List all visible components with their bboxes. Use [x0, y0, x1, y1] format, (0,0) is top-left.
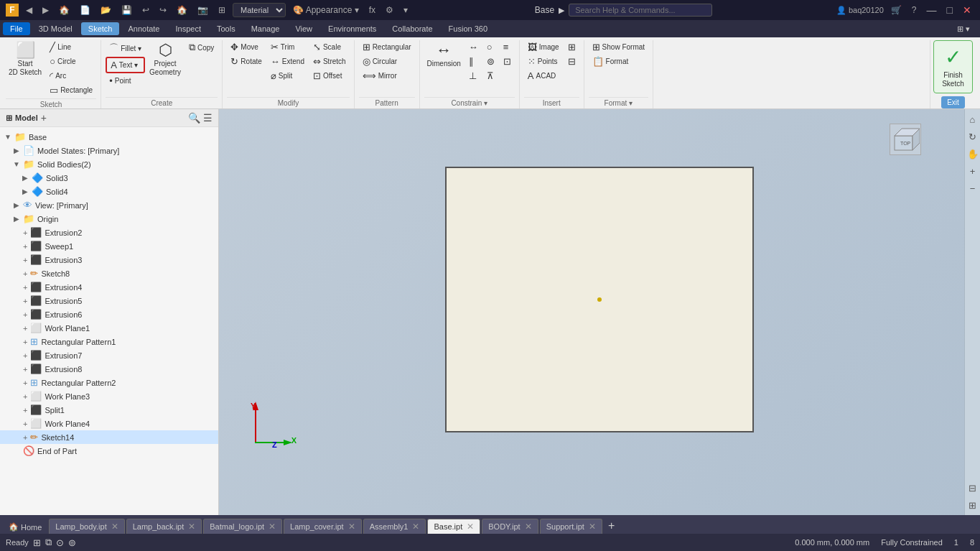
material-select[interactable]: Material — [233, 3, 286, 17]
tab-support-close[interactable]: ✕ — [589, 522, 596, 532]
rectangular-pattern-button[interactable]: ⊞ Rectangular — [359, 40, 415, 54]
scale-button[interactable]: ⤡ Scale — [309, 40, 350, 54]
tree-item-extrusion8[interactable]: + ⬛ Extrusion8 — [0, 362, 218, 376]
tab-assembly1-close[interactable]: ✕ — [412, 522, 419, 532]
open-button[interactable]: 📂 — [98, 4, 114, 17]
home-button[interactable]: 🏠 — [56, 4, 73, 17]
help-button[interactable]: ? — [909, 4, 920, 17]
tab-lamp-body-close[interactable]: ✕ — [111, 522, 118, 532]
stretch-button[interactable]: ⇔ Stretch — [309, 55, 350, 68]
text-button[interactable]: A Text ▾ — [106, 57, 145, 73]
tree-item-sketch14[interactable]: + ✏ Sketch14 — [0, 430, 218, 444]
pan-button[interactable]: ✋ — [966, 147, 980, 161]
menu-environments[interactable]: Environments — [321, 22, 383, 35]
menu-view[interactable]: View — [288, 22, 319, 35]
rotate-button[interactable]: ↻ Rotate — [227, 55, 265, 68]
acad-button[interactable]: A ACAD — [524, 69, 563, 83]
grid-view-button[interactable]: ⊞ — [33, 537, 41, 548]
user-button[interactable]: 👤 baq20120 — [836, 6, 884, 15]
menu-collaborate[interactable]: Collaborate — [385, 22, 439, 35]
tab-lamp-back-close[interactable]: ✕ — [188, 522, 195, 532]
insert-btn2[interactable]: ⊞ — [564, 40, 579, 54]
exit-button[interactable]: Exit — [941, 96, 965, 108]
rectangle-button[interactable]: ▭ Rectangle — [46, 83, 96, 97]
settings-btn[interactable]: ⚙ — [383, 4, 396, 17]
save-button[interactable]: 💾 — [118, 4, 135, 17]
fillet-button[interactable]: ⌒ Fillet ▾ — [106, 40, 145, 56]
constrain-btn5[interactable]: ⊚ — [483, 55, 498, 68]
grid-button[interactable]: ⊞ — [215, 4, 228, 17]
tree-item-view[interactable]: ▶ 👁 View: [Primary] — [0, 198, 218, 212]
minimize-button[interactable]: — — [924, 4, 940, 16]
tree-item-sketch8[interactable]: + ✏ Sketch8 — [0, 267, 218, 280]
add-tab-button[interactable]: + — [604, 518, 619, 534]
line-button[interactable]: ╱ Line — [46, 40, 96, 54]
tree-item-sweep1[interactable]: + ⬛ Sweep1 — [0, 239, 218, 253]
tree-item-extrusion6[interactable]: + ⬛ Extrusion6 — [0, 307, 218, 321]
close-button[interactable]: ✕ — [960, 4, 974, 16]
constrain-btn6[interactable]: ⊼ — [483, 69, 498, 83]
image-button[interactable]: 🖼 Image — [524, 40, 563, 54]
constrain-btn1[interactable]: ↔ — [465, 40, 482, 54]
fx-btn[interactable]: fx — [366, 4, 378, 17]
home2-button[interactable]: 🏠 — [174, 4, 190, 17]
finish-sketch-button[interactable]: ✓ FinishSketch — [933, 40, 973, 93]
copy-button[interactable]: ⧉ Copy — [185, 40, 218, 55]
appearance-btn[interactable]: 🎨 Appearance ▾ — [290, 4, 362, 17]
display-settings-button[interactable]: ⊟ — [966, 481, 980, 495]
tree-item-end-of-part[interactable]: 🚫 End of Part — [0, 444, 218, 458]
show-format-button[interactable]: ⊞ Show Format — [589, 40, 648, 54]
menu-fusion360[interactable]: Fusion 360 — [442, 22, 495, 35]
constrain-btn8[interactable]: ⊡ — [500, 55, 515, 68]
sidebar-search-button[interactable]: 🔍 — [188, 112, 200, 124]
menu-tools[interactable]: Tools — [210, 22, 243, 35]
sidebar-menu-button[interactable]: ☰ — [203, 112, 213, 124]
nav-cube-button[interactable]: ⧉ — [45, 537, 52, 548]
tree-item-rect-pattern2[interactable]: + ⊞ Rectangular Pattern2 — [0, 376, 218, 389]
screenshot-button[interactable]: 📷 — [195, 4, 211, 17]
start-2d-sketch-button[interactable]: ⬜ Start2D Sketch — [6, 40, 45, 79]
move-button[interactable]: ✥ Move — [227, 40, 265, 54]
format-button[interactable]: 📋 Format — [589, 55, 648, 68]
tab-body-close[interactable]: ✕ — [525, 522, 532, 532]
tab-lamp-cover-close[interactable]: ✕ — [348, 522, 355, 532]
project-geometry-button[interactable]: ⬡ ProjectGeometry — [146, 40, 184, 79]
tab-batmal-logo-close[interactable]: ✕ — [269, 522, 276, 532]
tree-item-rect-pattern1[interactable]: + ⊞ Rectangular Pattern1 — [0, 335, 218, 348]
menu-sketch[interactable]: Sketch — [81, 22, 120, 35]
more-btn[interactable]: ▾ — [401, 4, 411, 17]
zoom-out-button[interactable]: − — [966, 181, 980, 195]
tab-batmal-logo[interactable]: Batmal_logo.ipt ✕ — [203, 519, 282, 534]
undo-button[interactable]: ↩ — [139, 4, 152, 17]
menu-annotate[interactable]: Annotate — [121, 22, 167, 35]
tree-item-solid3[interactable]: ▶ 🔷 Solid3 — [0, 171, 218, 185]
view-home-button[interactable]: ⌂ — [966, 112, 980, 126]
tree-item-extrusion4[interactable]: + ⬛ Extrusion4 — [0, 280, 218, 294]
point-button[interactable]: • Point — [106, 74, 145, 88]
points-button[interactable]: ⁙ Points — [524, 55, 563, 68]
menu-inspect[interactable]: Inspect — [169, 22, 208, 35]
menu-3dmodel[interactable]: 3D Model — [32, 22, 80, 35]
tree-item-extrusion3[interactable]: + ⬛ Extrusion3 — [0, 253, 218, 267]
trim-button[interactable]: ✂ Trim — [267, 40, 308, 54]
circle-button[interactable]: ○ Circle — [46, 55, 96, 68]
menu-manage[interactable]: Manage — [244, 22, 287, 35]
insert-btn3[interactable]: ⊟ — [564, 55, 579, 68]
viewport[interactable]: Y X Z — [219, 109, 964, 515]
tree-item-workplane4[interactable]: + ⬜ Work Plane4 — [0, 417, 218, 430]
tree-item-base[interactable]: ▼ 📁 Base — [0, 130, 218, 144]
circular-pattern-button[interactable]: ◎ Circular — [359, 55, 415, 68]
zoom-in-button[interactable]: + — [966, 164, 980, 178]
home-tab[interactable]: 🏠 Home — [3, 520, 47, 534]
redo-button[interactable]: ↪ — [157, 4, 169, 17]
view-cube[interactable]: TOP — [890, 124, 921, 155]
new-button[interactable]: 📄 — [77, 4, 93, 17]
constrain-btn4[interactable]: ○ — [483, 40, 498, 54]
tree-item-extrusion7[interactable]: + ⬛ Extrusion7 — [0, 348, 218, 362]
display-mode-button[interactable]: ⊙ — [56, 537, 64, 548]
offset-button[interactable]: ⊡ Offset — [309, 69, 350, 83]
maximize-button[interactable]: □ — [944, 4, 956, 16]
tree-item-solid-bodies[interactable]: ▼ 📁 Solid Bodies(2) — [0, 157, 218, 171]
tab-lamp-body[interactable]: Lamp_body.ipt ✕ — [49, 519, 124, 534]
analysis-button[interactable]: ⊚ — [68, 537, 76, 548]
